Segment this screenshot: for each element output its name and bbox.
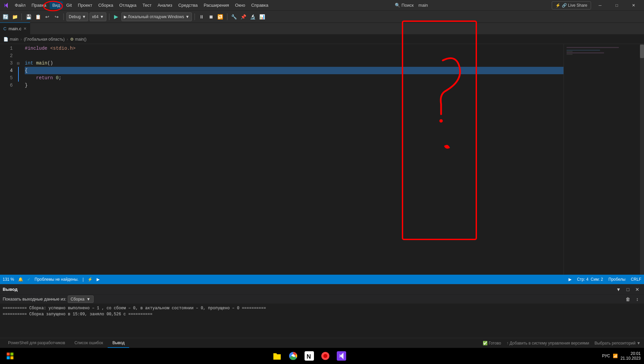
panel-maximize[interactable]: □ <box>624 285 632 293</box>
scrollbar-thumb[interactable] <box>640 45 644 58</box>
line-num-2: 2 <box>0 52 13 59</box>
menu-edit[interactable]: Правка <box>29 1 49 9</box>
taskbar-app4[interactable] <box>319 349 332 363</box>
minimap-line-3 <box>567 50 600 51</box>
code-line-4: { <box>25 67 564 74</box>
output-source-arrow: ▼ <box>87 297 91 302</box>
toolbar-extra1[interactable]: 🔧 <box>230 13 238 21</box>
breadcrumb-root[interactable]: 📄 main <box>3 37 18 42</box>
menu-test[interactable]: Тест <box>140 1 154 9</box>
output-line-1: ========== Сборка: успешно выполнено – 1… <box>3 305 641 311</box>
code-line-5: return 0; <box>25 74 564 82</box>
return-kw: return <box>36 74 53 82</box>
tab-icon: C <box>3 26 6 31</box>
breadcrumb-fn[interactable]: ⚙ main() <box>70 37 87 42</box>
menu-extensions[interactable]: Расширения <box>201 1 232 9</box>
output-panel: Вывод ▼ □ ✕ Показать выходные данные из:… <box>0 284 644 338</box>
menu-file[interactable]: Файл <box>12 1 28 9</box>
platform-dropdown[interactable]: x64 ▼ <box>90 12 106 21</box>
debug-pause[interactable]: ⏸ <box>198 13 206 21</box>
save-btn[interactable]: 💾 <box>24 13 33 21</box>
ci-2 <box>17 52 22 59</box>
ci-4 <box>17 67 22 74</box>
code-editor[interactable]: #include <stdio.h> int main() { return 0… <box>22 44 564 275</box>
menu-project[interactable]: Проект <box>75 1 95 9</box>
breadcrumb-scope[interactable]: (Глобальная область) <box>24 37 65 42</box>
toggle-output[interactable]: ↕ <box>633 295 641 303</box>
sep2 <box>63 13 64 20</box>
menu-debug[interactable]: Отладка <box>116 1 139 9</box>
debug-stop[interactable]: ⏹ <box>207 13 215 21</box>
menu-analyze[interactable]: Анализ <box>155 1 175 9</box>
start-button[interactable] <box>3 349 17 363</box>
bell-icon: 🔔 <box>18 277 23 282</box>
menu-help[interactable]: Справка <box>249 1 271 9</box>
panel-close[interactable]: ✕ <box>633 285 641 293</box>
platform-dropdown-arrow: ▼ <box>100 14 104 19</box>
forward-icon: ▶ <box>569 277 572 282</box>
maximize-button[interactable]: □ <box>609 0 625 11</box>
live-share-button[interactable]: ⚡ 🔗 Live Share <box>552 1 591 9</box>
clear-output[interactable]: 🗑 <box>624 295 632 303</box>
run-btn[interactable]: ▶ <box>112 13 120 21</box>
menu-view[interactable]: Вид <box>50 1 63 9</box>
line-num-4: 4 <box>0 67 13 74</box>
tab-close-btn[interactable]: ✕ <box>23 27 26 31</box>
toolbar-extra4[interactable]: 📊 <box>258 13 266 21</box>
ci-5 <box>17 74 22 82</box>
run-dropdown-arrow: ▼ <box>185 14 190 19</box>
add-to-vcs[interactable]: ↑ Добавить в систему управления версиями <box>506 341 589 346</box>
panel-content[interactable]: ========== Сборка: успешно выполнено – 1… <box>0 304 644 338</box>
zoom-level[interactable]: 131 % <box>3 277 14 282</box>
include-path: <stdio.h> <box>50 45 76 52</box>
taskbar-time: 20:01 <box>621 351 641 356</box>
bottom-tab-errors[interactable]: Список ошибок <box>70 338 108 348</box>
taskbar-chrome[interactable] <box>286 349 300 363</box>
menu-git[interactable]: Git <box>63 1 74 9</box>
toolbar-extra3[interactable]: 🔬 <box>249 13 257 21</box>
line-indicator2 <box>18 74 19 82</box>
sep4 <box>195 13 195 20</box>
minimize-button[interactable]: ─ <box>592 0 608 11</box>
debug-restart[interactable]: 🔁 <box>216 13 224 21</box>
debug-config-dropdown[interactable]: Debug ▼ <box>66 12 88 21</box>
bottom-bar: PowerShell для разработчиков Список ошиб… <box>0 338 644 348</box>
taskbar-notion[interactable]: N <box>303 349 316 363</box>
line-ending[interactable]: CRLF <box>631 277 641 282</box>
breadcrumb-scope-label: (Глобальная область) <box>24 37 65 42</box>
collapse-fn-icon[interactable]: ⊟ <box>17 61 19 65</box>
menu-tools[interactable]: Средства <box>176 1 201 9</box>
source-control-icon: ⚡ <box>88 277 93 282</box>
taskbar-vs[interactable] <box>335 349 348 363</box>
save-all-btn[interactable]: 📋 <box>34 13 42 21</box>
run-config-dropdown[interactable]: ▶ Локальный отладчик Windows ▼ <box>121 12 192 21</box>
minimap-scrollbar[interactable] <box>640 44 644 275</box>
panel-collapse[interactable]: ▼ <box>614 285 623 293</box>
line-num-5: 5 <box>0 74 13 82</box>
redo-btn[interactable]: ↪ <box>53 13 61 21</box>
open-btn[interactable]: 📁 <box>11 13 19 21</box>
spaces[interactable]: Пробелы <box>608 277 626 282</box>
menu-build[interactable]: Сборка <box>96 1 116 9</box>
output-source-dropdown[interactable]: Сборка ▼ <box>68 295 94 303</box>
svg-text:N: N <box>307 353 311 360</box>
bottom-tab-output[interactable]: Вывод <box>108 338 129 348</box>
line-col[interactable]: Стр: 4 Сим: 2 <box>577 277 603 282</box>
toolbar: 🔄 📁 💾 📋 ↩ ↪ Debug ▼ x64 ▼ ▶ ▶ Локальный … <box>0 11 644 23</box>
taskbar-explorer[interactable] <box>270 349 284 363</box>
menu-window[interactable]: Окно <box>232 1 248 9</box>
taskbar-center: N <box>270 349 348 363</box>
bottom-tab-powershell[interactable]: PowerShell для разработчиков <box>3 338 70 348</box>
undo-btn[interactable]: ↩ <box>43 13 51 21</box>
breadcrumb-sep1: › <box>20 37 22 42</box>
close-button[interactable]: ✕ <box>626 0 641 11</box>
ready-icon: ✅ <box>483 341 488 346</box>
select-repo[interactable]: Выбрать репозиторий ▼ <box>594 341 641 346</box>
new-file-btn[interactable]: 🔄 <box>1 13 9 21</box>
tab-main-c[interactable]: C main.c ✕ <box>0 22 30 34</box>
toolbar-extra2[interactable]: 📌 <box>239 13 248 21</box>
include-kw: #include <box>25 45 47 52</box>
main-fn: main <box>36 59 48 67</box>
breadcrumb-root-icon: 📄 <box>3 37 8 42</box>
ci-3[interactable]: ⊟ <box>17 59 22 67</box>
